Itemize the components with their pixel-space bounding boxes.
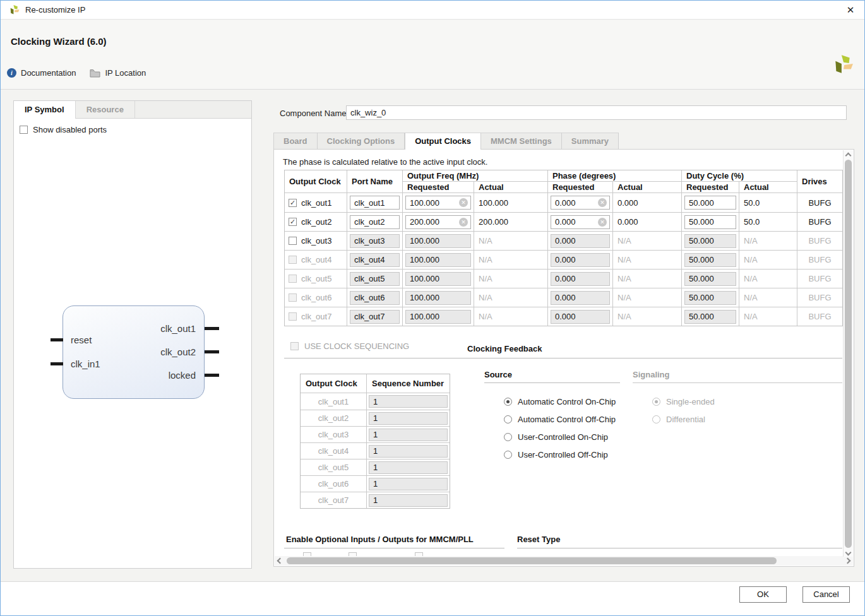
port-name-field[interactable]: clk_out6 xyxy=(350,291,400,305)
output-clock-checkbox[interactable] xyxy=(289,293,297,302)
output-clock-row: clk_out5 clk_out5 100.000 N/A 0.000 N/A … xyxy=(285,269,842,288)
tab-summary[interactable]: Summary xyxy=(562,133,619,149)
duty-requested-field[interactable]: 50.000 xyxy=(684,310,736,324)
radio-icon[interactable] xyxy=(504,398,512,406)
drives-value: BUFG xyxy=(808,312,831,321)
port-name-field[interactable]: clk_out4 xyxy=(350,253,400,267)
signaling-separator xyxy=(633,382,842,383)
sequence-row: clk_out2 1 xyxy=(301,410,450,426)
vertical-scroll-thumb[interactable] xyxy=(845,160,852,548)
radio-icon[interactable] xyxy=(504,415,512,424)
output-clock-checkbox[interactable]: ✓ xyxy=(289,199,297,207)
tab-board[interactable]: Board xyxy=(273,133,318,149)
duty-requested-field[interactable]: 50.000 xyxy=(684,215,736,229)
freq-requested-field[interactable]: 100.000 xyxy=(405,310,471,324)
clear-icon[interactable]: ✕ xyxy=(459,198,468,207)
freq-requested-field[interactable]: 100.000 xyxy=(405,272,471,286)
tab-output-clocks[interactable]: Output Clocks xyxy=(405,133,481,150)
col-sequence-number: Sequence Number xyxy=(367,374,450,393)
drives-value: BUFG xyxy=(808,217,831,227)
phase-requested-field[interactable]: 0.000 xyxy=(551,310,610,324)
radio-icon[interactable] xyxy=(652,398,660,406)
tab-mmcm-settings[interactable]: MMCM Settings xyxy=(481,133,562,149)
left-tab-resource[interactable]: Resource xyxy=(76,101,135,118)
phase-requested-field[interactable]: 0.000 xyxy=(551,234,610,248)
scroll-up-icon[interactable] xyxy=(845,153,852,159)
freq-actual-value: 100.000 xyxy=(474,198,508,208)
sequence-number-field[interactable]: 1 xyxy=(369,478,448,490)
output-clock-checkbox[interactable] xyxy=(289,237,297,245)
output-clock-checkbox[interactable]: ✓ xyxy=(289,218,297,226)
clear-icon[interactable]: ✕ xyxy=(598,198,607,207)
duty-requested-field[interactable]: 50.000 xyxy=(684,253,736,267)
ok-button[interactable]: OK xyxy=(739,586,787,603)
duty-requested-field[interactable]: 50.000 xyxy=(684,291,736,305)
feedback-source-option[interactable]: Automatic Control Off-Chip xyxy=(504,414,616,424)
cancel-button[interactable]: Cancel xyxy=(802,586,850,603)
radio-icon[interactable] xyxy=(504,433,512,441)
duty-requested-field[interactable]: 50.000 xyxy=(684,196,736,210)
show-disabled-ports-checkbox[interactable] xyxy=(20,126,28,134)
freq-requested-field[interactable]: 100.000 xyxy=(405,253,471,267)
phase-requested-field[interactable]: 0.000✕ xyxy=(551,215,610,229)
freq-requested-field[interactable]: 100.000✕ xyxy=(405,196,471,210)
phase-requested-field[interactable]: 0.000 xyxy=(551,272,610,286)
port-name-field[interactable]: clk_out5 xyxy=(350,272,400,286)
documentation-link[interactable]: Documentation xyxy=(21,68,76,78)
duty-requested-field[interactable]: 50.000 xyxy=(684,234,736,248)
sequence-number-field[interactable]: 1 xyxy=(369,429,448,441)
feedback-source-option[interactable]: User-Controlled On-Chip xyxy=(504,432,608,442)
left-panel-tabbar: IP SymbolResource xyxy=(14,101,251,119)
port-name-field[interactable]: clk_out2 xyxy=(350,215,400,229)
phase-requested-field[interactable]: 0.000 xyxy=(551,253,610,267)
close-icon[interactable]: ✕ xyxy=(844,3,857,17)
ip-location-link[interactable]: IP Location xyxy=(105,68,146,78)
phase-requested-field[interactable]: 0.000✕ xyxy=(551,196,610,210)
port-name-field[interactable]: clk_out1 xyxy=(350,196,400,210)
output-clock-cell: clk_out3 xyxy=(285,232,347,250)
port-label-locked: locked xyxy=(169,370,196,381)
sequence-number-field[interactable]: 1 xyxy=(369,494,448,507)
page-title: Clocking Wizard (6.0) xyxy=(11,36,107,47)
output-clock-checkbox[interactable] xyxy=(289,312,297,321)
sequence-number-field[interactable]: 1 xyxy=(369,412,448,425)
output-clock-checkbox[interactable] xyxy=(289,256,297,264)
col-freq-requested: Requested xyxy=(403,182,474,193)
source-title: Source xyxy=(484,370,512,379)
feedback-source-option[interactable]: Automatic Control On-Chip xyxy=(504,396,616,406)
sequence-row: clk_out5 1 xyxy=(301,459,450,475)
sequence-row: clk_out4 1 xyxy=(301,442,450,459)
freq-requested-field[interactable]: 100.000 xyxy=(405,234,471,248)
enable-optional-separator xyxy=(284,548,504,548)
port-name-field[interactable]: clk_out3 xyxy=(350,234,400,248)
scroll-left-icon[interactable] xyxy=(277,558,283,564)
use-clock-sequencing-checkbox[interactable] xyxy=(290,342,299,350)
phase-requested-field[interactable]: 0.000 xyxy=(551,291,610,305)
freq-requested-field[interactable]: 200.000✕ xyxy=(405,215,471,229)
output-clock-label: clk_out7 xyxy=(301,312,331,321)
radio-icon[interactable] xyxy=(504,451,512,459)
sequence-number-field[interactable]: 1 xyxy=(369,445,448,458)
scroll-down-icon[interactable] xyxy=(845,550,852,556)
scroll-right-icon[interactable] xyxy=(845,558,851,564)
signaling-option[interactable]: Single-ended xyxy=(652,396,715,406)
phase-actual-value: N/A xyxy=(613,236,631,246)
radio-icon[interactable] xyxy=(652,415,660,424)
left-tab-ip-symbol[interactable]: IP Symbol xyxy=(14,101,76,119)
sequence-number-field[interactable]: 1 xyxy=(369,395,448,408)
horizontal-scroll-thumb[interactable] xyxy=(287,557,777,564)
clear-icon[interactable]: ✕ xyxy=(459,218,468,227)
port-name-field[interactable]: clk_out7 xyxy=(350,310,400,324)
sequence-number-field[interactable]: 1 xyxy=(369,461,448,474)
signaling-option[interactable]: Differential xyxy=(652,414,705,424)
seq-clock-label: clk_out2 xyxy=(301,410,367,426)
clear-icon[interactable]: ✕ xyxy=(598,218,607,227)
horizontal-scrollbar[interactable] xyxy=(275,556,853,566)
output-clock-checkbox[interactable] xyxy=(289,275,297,283)
feedback-source-option[interactable]: User-Controlled Off-Chip xyxy=(504,449,608,459)
vertical-scrollbar[interactable] xyxy=(843,150,853,557)
tab-clocking-options[interactable]: Clocking Options xyxy=(318,133,405,149)
duty-requested-field[interactable]: 50.000 xyxy=(684,272,736,286)
component-name-input[interactable] xyxy=(346,105,847,120)
freq-requested-field[interactable]: 100.000 xyxy=(405,291,471,305)
